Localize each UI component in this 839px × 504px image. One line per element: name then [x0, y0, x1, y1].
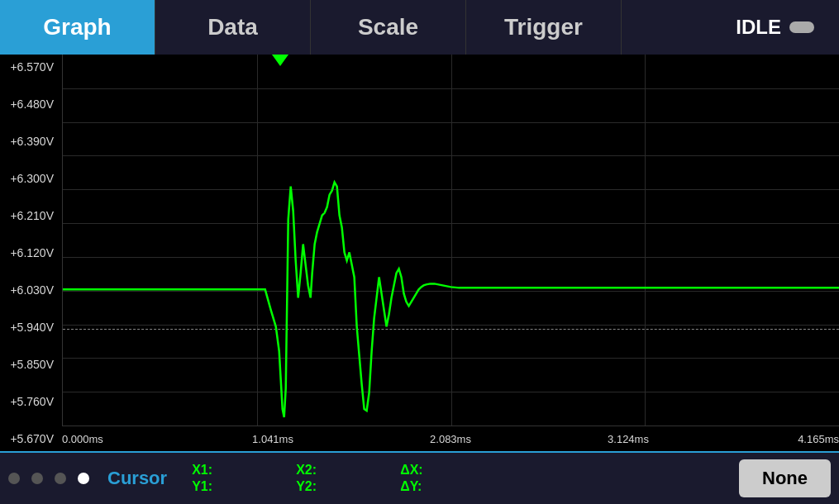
- y-label-8: +5.850V: [0, 359, 59, 370]
- cursor-delta-group: ΔX: ΔY:: [400, 463, 476, 494]
- y-label-4: +6.210V: [0, 210, 59, 221]
- cursor-x1y1-group: X1: Y1:: [192, 463, 268, 494]
- header: Graph Data Scale Trigger IDLE: [0, 0, 839, 55]
- graph-plot[interactable]: [62, 55, 839, 426]
- dot-4[interactable]: [78, 473, 89, 484]
- dot-1[interactable]: [8, 473, 20, 484]
- y-label-3: +6.300V: [0, 173, 59, 184]
- y-label-9: +5.760V: [0, 396, 59, 407]
- bottom-bar: Cursor X1: Y1: X2: Y2: ΔX: ΔY:: [0, 451, 839, 504]
- none-button[interactable]: None: [739, 459, 831, 497]
- x-label-4: 4.165ms: [773, 433, 839, 445]
- x-label-1: 1.041ms: [240, 433, 306, 445]
- idle-indicator: [789, 21, 814, 33]
- dot-3[interactable]: [55, 473, 66, 484]
- y1-key: Y1:: [192, 479, 215, 494]
- dy-key: ΔY:: [400, 479, 423, 494]
- y-label-6: +6.030V: [0, 284, 59, 296]
- x1-key: X1:: [192, 463, 215, 478]
- x2-key: X2:: [296, 463, 319, 478]
- x-label-0: 0.000ms: [62, 433, 128, 445]
- tab-graph[interactable]: Graph: [0, 0, 155, 55]
- x-label-3: 3.124ms: [595, 433, 661, 445]
- dx-key: ΔX:: [400, 463, 423, 478]
- status-text: IDLE: [736, 16, 781, 39]
- tab-scale[interactable]: Scale: [311, 0, 466, 55]
- cursor-label: Cursor: [107, 468, 167, 489]
- y-label-5: +6.120V: [0, 247, 59, 259]
- y-axis: +6.570V +6.480V +6.390V +6.300V +6.210V …: [0, 55, 62, 451]
- y-label-10: +5.670V: [0, 433, 59, 445]
- y-label-0: +6.570V: [0, 61, 59, 73]
- y-label-1: +6.480V: [0, 98, 59, 110]
- y2-key: Y2:: [296, 479, 319, 494]
- tab-data[interactable]: Data: [155, 0, 311, 55]
- tab-trigger[interactable]: Trigger: [466, 0, 622, 55]
- dot-2[interactable]: [31, 473, 43, 484]
- y-label-7: +5.940V: [0, 321, 59, 333]
- cursor-x2y2-group: X2: Y2:: [296, 463, 372, 494]
- graph-container[interactable]: +6.570V +6.480V +6.390V +6.300V +6.210V …: [0, 55, 839, 451]
- waveform: [63, 55, 839, 426]
- y-label-2: +6.390V: [0, 136, 59, 147]
- status-display: IDLE: [711, 0, 839, 55]
- x-axis: 0.000ms 1.041ms 2.083ms 3.124ms 4.165ms: [62, 426, 839, 451]
- x-label-2: 2.083ms: [417, 433, 484, 445]
